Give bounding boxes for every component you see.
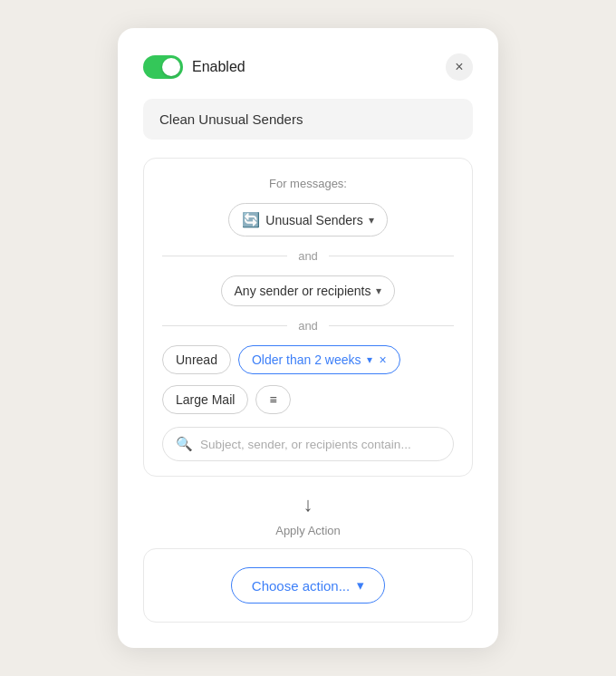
divider-line-right-1 [329,256,454,256]
age-filter[interactable]: Older than 2 weeks ▾ × [238,345,400,374]
recipient-pill-row: Any sender or recipients ▾ [162,275,454,306]
filter-options-icon: ≡ [269,392,276,407]
arrow-section: ↓ [143,477,473,524]
header-left: Enabled [143,55,245,79]
unusual-senders-chevron: ▾ [369,214,374,227]
unread-label: Unread [176,352,217,367]
age-label: Older than 2 weeks [252,352,361,367]
filter-options-button[interactable]: ≡ [255,385,290,414]
and-text-2: and [287,319,329,333]
large-mail-label: Large Mail [176,392,235,407]
down-arrow-icon: ↓ [303,493,313,517]
choose-action-chevron: ▾ [357,577,364,594]
search-icon: 🔍 [176,436,193,452]
condition-card: For messages: 🔄 Unusual Senders ▾ and An… [143,158,473,477]
large-mail-filter[interactable]: Large Mail [162,385,248,414]
choose-action-label: Choose action... [252,578,350,594]
age-chevron: ▾ [367,353,372,366]
unread-filter[interactable]: Unread [162,345,231,374]
divider-line-right-2 [329,325,454,326]
divider-line-left-1 [162,256,287,256]
and-text-1: and [287,249,329,263]
apply-action-label: Apply Action [143,524,473,537]
action-card: Choose action... ▾ [143,548,473,623]
dialog: Enabled × Clean Unusual Senders For mess… [118,28,498,648]
extra-filters-row: Large Mail ≡ [162,385,454,414]
recipient-pill[interactable]: Any sender or recipients ▾ [221,275,396,306]
recipient-chevron: ▾ [376,285,381,297]
and-divider-1: and [162,249,454,263]
unusual-senders-icon: 🔄 [242,211,260,228]
search-row[interactable]: 🔍 Subject, sender, or recipients contain… [162,427,454,461]
close-button[interactable]: × [446,53,473,81]
unusual-senders-label: Unusual Senders [265,213,362,227]
filter-row: Unread Older than 2 weeks ▾ × [162,345,454,374]
rule-title: Clean Unusual Senders [143,99,473,140]
for-messages-label: For messages: [162,177,454,190]
and-divider-2: and [162,319,454,333]
enabled-label: Enabled [192,59,245,75]
recipient-label: Any sender or recipients [235,284,371,298]
choose-action-button[interactable]: Choose action... ▾ [231,567,385,604]
sender-pill-row: 🔄 Unusual Senders ▾ [162,203,454,237]
header: Enabled × [143,53,473,81]
search-placeholder: Subject, sender, or recipients contain..… [200,438,411,451]
enable-toggle[interactable] [143,55,183,79]
divider-line-left-2 [162,325,287,326]
age-close-button[interactable]: × [380,352,387,367]
unusual-senders-pill[interactable]: 🔄 Unusual Senders ▾ [228,203,387,237]
